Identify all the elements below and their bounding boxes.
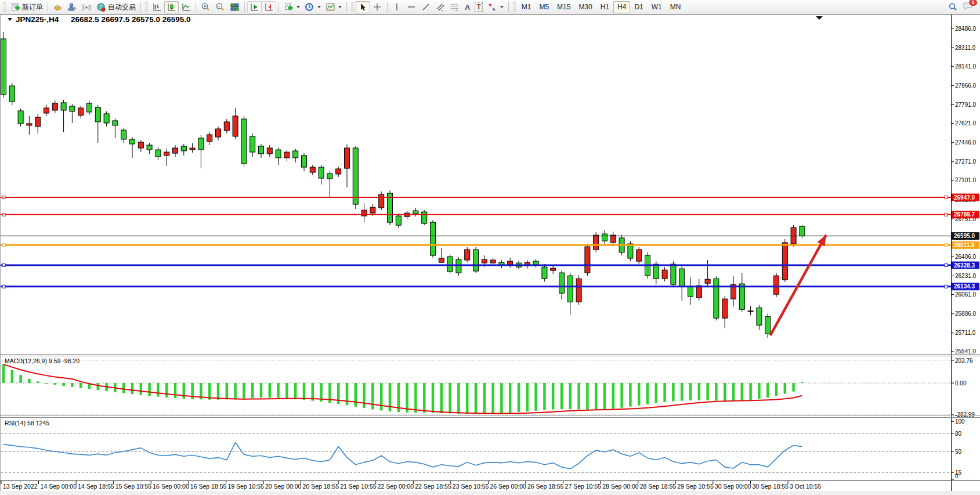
toolbar-separator: [244, 2, 245, 12]
candle-body: [800, 226, 805, 236]
candle-body: [156, 150, 161, 157]
candle-body: [224, 122, 229, 131]
equidistant-channel-tool-button[interactable]: [433, 1, 448, 13]
line-chart-type-icon: [181, 2, 191, 12]
bar-chart-type-button[interactable]: [150, 1, 164, 13]
arrows-tool-icon: [487, 2, 497, 12]
timeframe-w1-button[interactable]: W1: [648, 1, 666, 13]
notifications-button[interactable]: 1: [963, 1, 974, 13]
line-handle[interactable]: [2, 196, 5, 199]
templates-button[interactable]: [323, 1, 344, 13]
crosshair-tool-button[interactable]: [370, 1, 385, 13]
arrows-dropdown-arrow: [500, 6, 504, 8]
candle-body: [551, 268, 556, 270]
candle: [473, 247, 479, 273]
chart-shift-button[interactable]: [262, 1, 276, 13]
price-level-label: 26947.0: [954, 194, 975, 201]
candle-body: [130, 139, 135, 144]
candle-body: [594, 235, 599, 250]
periods-button[interactable]: [302, 1, 323, 13]
window-bottom-strip: [0, 491, 980, 495]
cursor-tool-button[interactable]: [356, 1, 370, 13]
toolbar-separator: [279, 2, 279, 12]
search-icon[interactable]: [948, 2, 958, 12]
fibonacci-tool-button[interactable]: [448, 1, 462, 13]
line-handle[interactable]: [2, 285, 5, 288]
candle-body: [774, 276, 779, 294]
candle-body: [207, 135, 212, 142]
timeframe-m30-button[interactable]: M30: [574, 1, 596, 13]
chart-canvas[interactable]: 28486.028311.028141.027966.027791.027621…: [0, 0, 980, 495]
price-level-label: 26134.3: [954, 283, 975, 290]
candle-body: [61, 103, 66, 110]
market-watch-button[interactable]: [50, 1, 65, 13]
timeframe-h4-button[interactable]: H4: [613, 1, 630, 13]
time-label: 19 Sep 10:55: [227, 483, 264, 490]
autotrading-button[interactable]: 自动交易: [94, 1, 138, 13]
new-order-button[interactable]: 新订单: [8, 1, 45, 13]
time-label: 26 Sep 00:00: [490, 483, 526, 490]
horizontal-line-tool-button[interactable]: [404, 1, 419, 13]
price-tick-label: 26061.0: [955, 291, 977, 298]
trendline-tool-button[interactable]: [419, 1, 433, 13]
rsi-scale-label: 80: [955, 431, 962, 437]
candle: [388, 190, 393, 225]
candle-body: [233, 116, 238, 136]
candle-body: [198, 138, 204, 150]
zoom-out-icon: [215, 2, 225, 12]
candle: [456, 257, 461, 276]
candle-body: [113, 121, 118, 125]
candle-body: [490, 260, 496, 263]
candle: [774, 273, 779, 297]
toolbar-grip: [145, 2, 148, 12]
candle-body: [533, 261, 538, 265]
line-chart-type-button[interactable]: [179, 1, 193, 13]
profile-button[interactable]: [65, 1, 79, 13]
timeframe-h1-button[interactable]: H1: [596, 1, 613, 13]
line-handle[interactable]: [945, 213, 948, 216]
timeframe-d1-button[interactable]: D1: [630, 1, 647, 13]
candle-body: [345, 148, 350, 168]
text-label-tool-button[interactable]: T: [472, 1, 484, 13]
line-handle[interactable]: [945, 196, 948, 199]
indicators-button[interactable]: [281, 1, 302, 13]
line-handle[interactable]: [945, 285, 948, 288]
vertical-line-tool-button[interactable]: [390, 1, 404, 13]
tile-windows-button[interactable]: [227, 1, 242, 13]
zoom-in-button[interactable]: [198, 1, 213, 13]
macd-label: MACD(12,26,9) 9.59 -98.20: [5, 357, 79, 364]
line-handle[interactable]: [2, 213, 5, 216]
arrows-tool-button[interactable]: [485, 1, 506, 13]
timeframe-m5-button[interactable]: M5: [535, 1, 553, 13]
candle: [422, 210, 427, 225]
candle-body: [293, 151, 298, 158]
line-handle[interactable]: [2, 244, 5, 247]
candle-body: [696, 286, 701, 298]
time-label: 29 Sep 10:55: [677, 483, 714, 490]
line-handle[interactable]: [2, 264, 5, 267]
line-handle[interactable]: [945, 244, 948, 247]
signal-button[interactable]: [79, 1, 94, 13]
candle-body: [585, 247, 590, 273]
candle-body: [473, 250, 479, 271]
timeframe-mn-button[interactable]: MN: [666, 1, 685, 13]
candle-body: [284, 152, 290, 158]
candle-body: [353, 148, 358, 204]
line-handle[interactable]: [945, 264, 948, 267]
candle: [447, 254, 453, 274]
text-tool-button[interactable]: A: [462, 1, 472, 13]
candlestick-chart-type-button[interactable]: [164, 1, 179, 13]
timeframe-m1-button[interactable]: M1: [518, 1, 536, 13]
candle-body: [576, 279, 581, 302]
autoscroll-button[interactable]: [247, 1, 262, 13]
indicators-icon: [284, 2, 294, 12]
candle-body: [164, 152, 169, 156]
candle-body: [216, 129, 221, 137]
candle-body: [267, 148, 272, 154]
candle-body: [637, 250, 642, 261]
candle-body: [310, 167, 315, 172]
timeframe-m15-button[interactable]: M15: [553, 1, 574, 13]
candle-body: [52, 103, 57, 110]
candle-body: [782, 243, 787, 280]
zoom-out-button[interactable]: [213, 1, 227, 13]
